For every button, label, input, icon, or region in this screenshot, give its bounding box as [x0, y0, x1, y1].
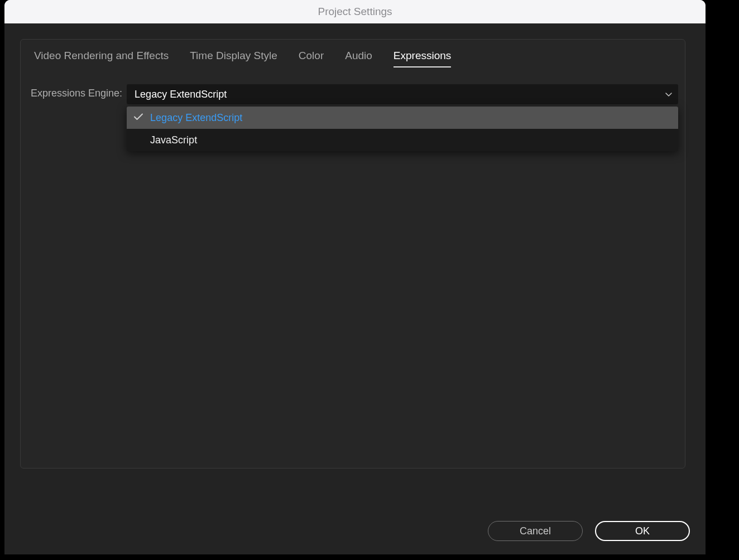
tab-label: Color: [299, 50, 324, 61]
tab-label: Time Display Style: [190, 50, 277, 61]
dialog-body: Video Rendering and Effects Time Display…: [4, 23, 706, 554]
expressions-engine-label: Expressions Engine:: [31, 84, 122, 99]
tab-time-display-style[interactable]: Time Display Style: [190, 50, 277, 66]
tab-color[interactable]: Color: [299, 50, 324, 66]
check-icon: [133, 112, 143, 124]
ok-button[interactable]: OK: [595, 521, 690, 541]
window-title: Project Settings: [318, 6, 392, 18]
cancel-button[interactable]: Cancel: [488, 521, 583, 541]
dropdown-list: Legacy ExtendScript JavaScript: [127, 107, 678, 151]
dropdown-option-label: JavaScript: [150, 134, 197, 146]
dropdown-option-javascript[interactable]: JavaScript: [127, 129, 678, 151]
window-titlebar: Project Settings: [4, 0, 706, 23]
dropdown-option-legacy-extendscript[interactable]: Legacy ExtendScript: [127, 107, 678, 129]
tab-label: Audio: [345, 50, 372, 61]
tab-video-rendering[interactable]: Video Rendering and Effects: [34, 50, 169, 66]
tab-audio[interactable]: Audio: [345, 50, 372, 66]
dropdown-selected[interactable]: Legacy ExtendScript: [127, 84, 678, 104]
settings-panel: Video Rendering and Effects Time Display…: [20, 39, 685, 469]
tab-label: Video Rendering and Effects: [34, 50, 169, 61]
dialog-buttons: Cancel OK: [488, 521, 690, 541]
button-label: OK: [635, 525, 650, 537]
tab-expressions[interactable]: Expressions: [394, 50, 452, 67]
expressions-engine-row: Expressions Engine: Legacy ExtendScript: [21, 67, 685, 104]
dropdown-selected-value: Legacy ExtendScript: [135, 89, 227, 100]
button-label: Cancel: [520, 525, 551, 537]
expressions-engine-dropdown: Legacy ExtendScript: [127, 84, 678, 104]
project-settings-window: Project Settings Video Rendering and Eff…: [4, 0, 706, 554]
tab-label: Expressions: [394, 50, 452, 61]
dropdown-option-label: Legacy ExtendScript: [150, 112, 242, 124]
chevron-down-icon: [665, 91, 673, 97]
tabs-bar: Video Rendering and Effects Time Display…: [21, 40, 685, 67]
